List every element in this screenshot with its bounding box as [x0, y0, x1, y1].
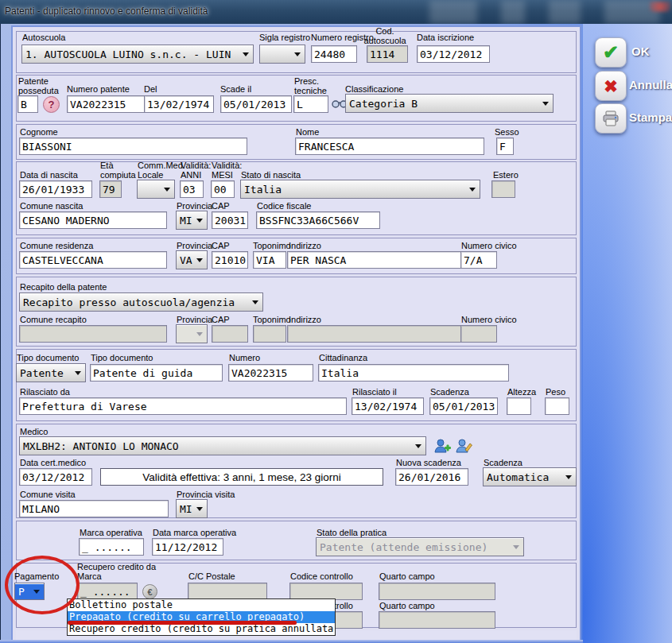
- validita-anni-field[interactable]: 03: [180, 180, 204, 198]
- nuova-scadenza-field[interactable]: 26/01/2016: [395, 468, 468, 486]
- help-icon[interactable]: ?: [43, 96, 60, 113]
- chevron-down-icon: [565, 475, 572, 482]
- pagamento-label: Pagamento: [14, 571, 59, 581]
- medico-dropdown[interactable]: MXLBH2: ANTONIO LO MONACO: [19, 436, 426, 455]
- toponimo-residenza-field[interactable]: VIA: [253, 251, 286, 269]
- comune-nascita-field[interactable]: CESANO MADERNO: [19, 211, 167, 229]
- scade-il-field[interactable]: 05/01/2013: [220, 95, 292, 113]
- indirizzo-recapito-field: [287, 325, 468, 343]
- scadenza-tipo-dropdown[interactable]: Automatica: [483, 467, 577, 486]
- option-bollettino-postale[interactable]: Bollettino postale: [68, 599, 335, 611]
- stato-nascita-dropdown[interactable]: Italia: [240, 180, 480, 199]
- titlebar[interactable]: Patenti - duplicato rinnovo e conferma d…: [0, 0, 672, 24]
- indirizzo-residenza-label: Indirizzo: [289, 241, 321, 250]
- stampa-button-label: Stampa: [629, 110, 672, 124]
- nome-field[interactable]: FRANCESCA: [295, 138, 484, 155]
- marca-operativa-field[interactable]: _ ......: [79, 538, 144, 556]
- validita-effettiva-box: Validità effettiva: 3 anni, 1 mese, 23 g…: [100, 468, 383, 486]
- eta-compiuta-label: Età compiuta: [100, 161, 143, 180]
- numero-civico-residenza-field[interactable]: 7/A: [460, 251, 497, 269]
- data-marca-operativa-field[interactable]: 11/12/2012: [152, 538, 223, 556]
- presc-tecniche-label: Presc. tecniche: [294, 76, 336, 95]
- chevron-down-icon: [513, 545, 519, 552]
- edit-medico-icon[interactable]: [455, 437, 472, 455]
- recapito-patente-dropdown[interactable]: Recapito presso autoscuola/agenzia: [19, 292, 263, 312]
- cognome-field[interactable]: BIASSONI: [19, 138, 247, 155]
- data-iscrizione-field[interactable]: 03/12/2012: [417, 45, 490, 63]
- euro-icon[interactable]: €: [142, 584, 157, 599]
- provincia-visita-label: Provincia visita: [177, 490, 235, 499]
- cittadinanza-field[interactable]: Italia: [318, 364, 509, 382]
- numero-documento-field[interactable]: VA2022315: [228, 364, 313, 382]
- chevron-down-icon: [75, 371, 81, 378]
- annulla-button[interactable]: ✖: [595, 71, 627, 101]
- peso-label: Peso: [546, 387, 565, 397]
- tipo-documento-dropdown[interactable]: Patente: [16, 363, 86, 382]
- numero-patente-label: Numero patente: [67, 84, 130, 94]
- altezza-label: Altezza: [507, 387, 536, 397]
- estero-field: [491, 180, 515, 198]
- provincia-visita-dropdown[interactable]: MI: [176, 499, 208, 518]
- option-recupero-credito[interactable]: Recupero credito (credito su pratica ann…: [68, 623, 335, 635]
- comune-visita-label: Comune visita: [20, 490, 76, 499]
- provincia-residenza-dropdown[interactable]: VA: [176, 250, 208, 269]
- chevron-down-icon: [542, 102, 549, 109]
- validita-mesi-field[interactable]: 00: [211, 180, 235, 198]
- stato-pratica-dropdown: Patente (attende emissione): [316, 537, 524, 556]
- comm-med-locale-dropdown[interactable]: [137, 180, 175, 199]
- chevron-down-icon: [196, 507, 203, 514]
- sigla-registro-dropdown[interactable]: [259, 45, 305, 64]
- peso-field[interactable]: [545, 397, 569, 415]
- pagamento-dropdown[interactable]: P: [14, 583, 45, 600]
- chevron-down-icon: [164, 188, 170, 195]
- altezza-field[interactable]: [507, 397, 531, 415]
- eta-compiuta-field: 79: [99, 180, 122, 198]
- codice-fiscale-field[interactable]: BSSFNC33A66C566V: [256, 211, 380, 229]
- tipo-documento-field[interactable]: Patente di guida: [90, 364, 223, 382]
- sesso-field[interactable]: F: [496, 138, 514, 155]
- titlebar-glass: [501, 0, 525, 24]
- chevron-down-icon: [252, 300, 258, 308]
- data-cert-medico-label: Data cert.medico: [20, 458, 86, 467]
- cap-residenza-field[interactable]: 21010: [212, 251, 248, 269]
- cap-nascita-field[interactable]: 20031: [212, 211, 248, 229]
- classificazione-label: Classificazione: [345, 84, 403, 94]
- stampa-button[interactable]: [595, 103, 627, 134]
- scade-il-label: Scade il: [220, 84, 251, 94]
- rilasciato-da-field[interactable]: Prefettura di Varese: [19, 397, 347, 415]
- quarto-campo-label: Quarto campo: [379, 571, 435, 581]
- autoscuola-dropdown[interactable]: 1. AUTOSCUOLA LUINO s.n.c. - LUIN: [21, 45, 254, 64]
- scadenza-documento-field[interactable]: 05/01/2013: [429, 397, 498, 415]
- comune-visita-field[interactable]: MILANO: [19, 500, 169, 517]
- rilasciato-da-label: Rilasciato da: [20, 387, 70, 397]
- del-field[interactable]: 13/02/1974: [144, 95, 214, 113]
- classificazione-dropdown[interactable]: Categoria B: [345, 94, 554, 113]
- data-nascita-field[interactable]: 26/01/1933: [19, 180, 92, 198]
- stato-nascita-label: Stato di nascita: [241, 170, 301, 180]
- option-prepagato[interactable]: Prepagato (credito su carrello prepagato…: [68, 611, 335, 623]
- presc-tecniche-field[interactable]: L: [293, 95, 328, 113]
- numero-patente-field[interactable]: VA2022315: [67, 95, 147, 113]
- check-icon: ✔: [603, 43, 619, 62]
- add-medico-icon[interactable]: [433, 437, 451, 455]
- data-cert-medico-field[interactable]: 03/12/2012: [19, 468, 92, 486]
- numero-registro-field[interactable]: 24480: [311, 45, 357, 63]
- pagamento-value: P: [18, 586, 25, 598]
- indirizzo-residenza-field[interactable]: PER NASCA: [287, 251, 468, 269]
- provincia-nascita-dropdown[interactable]: MI: [176, 211, 208, 230]
- numero-civico-residenza-label: Numero civico: [461, 241, 517, 250]
- indirizzo-recapito-label: Indirizzo: [289, 315, 321, 324]
- chevron-down-icon: [294, 52, 301, 60]
- toponimo-recapito-field: [253, 325, 286, 343]
- comune-residenza-field[interactable]: CASTELVECCANA: [19, 251, 167, 269]
- patente-posseduta-label: Patente posseduta: [18, 76, 68, 95]
- chevron-down-icon: [196, 219, 203, 226]
- data-iscrizione-label: Data iscrizione: [417, 33, 474, 42]
- rilasciato-il-field[interactable]: 13/02/1974: [352, 397, 424, 415]
- patente-posseduta-field[interactable]: B: [17, 95, 38, 113]
- chevron-down-icon: [469, 188, 476, 195]
- provincia-nascita-label: Provincia: [177, 201, 212, 211]
- provincia-visita-value: MI: [180, 503, 192, 515]
- close-icon[interactable]: [650, 2, 670, 12]
- ok-button[interactable]: ✔: [595, 37, 627, 68]
